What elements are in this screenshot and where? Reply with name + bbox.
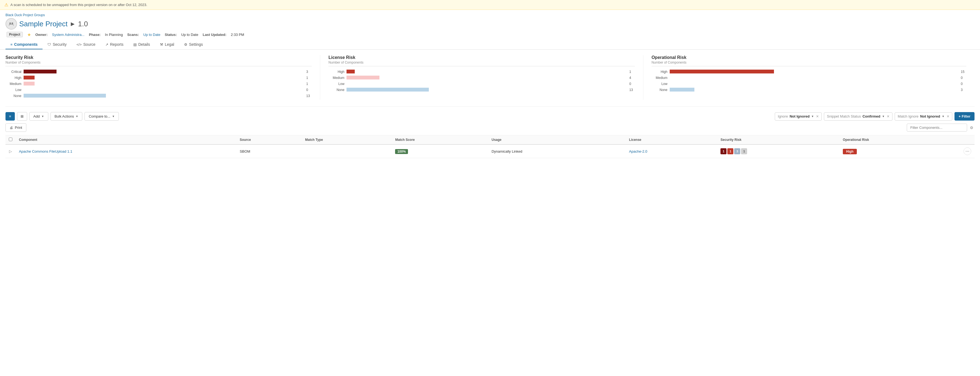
owner-value[interactable]: System Administra... xyxy=(52,33,84,37)
add-button[interactable]: Add ▼ xyxy=(29,112,48,121)
expand-icon[interactable]: ▷ xyxy=(9,149,12,154)
license-high-row: High 1 xyxy=(328,70,635,74)
bulk-actions-button[interactable]: Bulk Actions ▼ xyxy=(51,112,83,121)
details-icon: ▤ xyxy=(133,43,137,47)
nav-tabs: ≡ Components 🛡 Security </> Source ↗ Rep… xyxy=(5,40,975,49)
project-name[interactable]: Sample Project xyxy=(19,20,67,28)
print-row: 🖨 Print ⚙ xyxy=(5,123,975,132)
license-risk-subtitle: Number of Components xyxy=(328,60,635,66)
snippet-filter-pill[interactable]: Snippet Match Status Confirmed ▼ × xyxy=(824,113,892,121)
source-cell: SBOM xyxy=(237,144,302,158)
tab-security[interactable]: 🛡 Security xyxy=(43,40,72,49)
snippet-filter-close[interactable]: × xyxy=(887,114,889,119)
license-none-row: None 13 xyxy=(328,88,635,92)
status-value: Up to Date xyxy=(181,33,198,37)
tab-source[interactable]: </> Source xyxy=(72,40,100,49)
snippet-filter-value: Confirmed xyxy=(862,114,880,118)
security-critical-badge: 1 xyxy=(721,148,727,154)
security-high-row: High 1 xyxy=(5,76,312,80)
warning-banner: ⚠ A scan is scheduled to be unmapped fro… xyxy=(0,0,980,10)
operational-medium-row: Medium 0 xyxy=(652,76,966,80)
match-score-cell: 100% xyxy=(392,144,488,158)
ignore-filter-value: Not Ignored xyxy=(790,114,810,118)
status-label: Status: xyxy=(165,33,177,37)
bulk-actions-label: Bulk Actions xyxy=(55,114,74,118)
filter-btn-label: + Filter xyxy=(959,114,970,118)
add-label: Add xyxy=(33,114,40,118)
component-header: Component xyxy=(16,135,237,145)
component-link[interactable]: Apache Commons FileUpload 1.1 xyxy=(19,149,72,154)
tab-components[interactable]: ≡ Components xyxy=(5,40,43,49)
license-cell: Apache-2.0 xyxy=(626,144,717,158)
usage-value: Dynamically Linked xyxy=(492,149,522,154)
security-risk-badges: 1 1 3 1 xyxy=(721,148,836,154)
match-score-badge: 100% xyxy=(395,149,408,154)
snippet-filter-arrow[interactable]: ▼ xyxy=(882,115,885,118)
more-actions-button[interactable]: ⋯ xyxy=(964,148,971,155)
select-all-checkbox[interactable] xyxy=(9,138,12,141)
compare-button[interactable]: Compare to... ▼ xyxy=(84,112,119,121)
match-score-header: Match Score xyxy=(392,135,488,145)
print-button[interactable]: 🖨 Print xyxy=(5,123,26,132)
ignore-filter-pill[interactable]: Ignore Not Ignored ▼ × xyxy=(775,113,822,121)
actions-header xyxy=(960,135,975,145)
license-risk-section: License Risk Number of Components High 1… xyxy=(328,55,643,100)
security-risk-header: Security Risk xyxy=(717,135,840,145)
owner-label: Owner: xyxy=(35,33,48,37)
risk-charts-row: Security Risk Number of Components Criti… xyxy=(5,55,975,106)
operational-risk-cell: High xyxy=(840,144,960,158)
security-medium-row: Medium 1 xyxy=(5,82,312,86)
breadcrumb[interactable]: Black Duck Project Groups xyxy=(5,13,975,17)
security-low-badge: 1 xyxy=(741,148,747,154)
tab-details[interactable]: ▤ Details xyxy=(129,40,155,49)
bulk-actions-arrow: ▼ xyxy=(75,115,78,118)
row-checkbox-cell: ▷ xyxy=(5,144,16,158)
source-value: SBOM xyxy=(240,149,250,154)
tab-settings[interactable]: ⚙ Settings xyxy=(179,40,208,49)
ignore-filter-arrow[interactable]: ▼ xyxy=(811,115,814,118)
usage-cell: Dynamically Linked xyxy=(488,144,626,158)
license-link[interactable]: Apache-2.0 xyxy=(629,149,648,154)
select-all-col xyxy=(5,135,16,145)
warning-icon: ⚠ xyxy=(5,2,8,7)
match-ignore-filter-close[interactable]: × xyxy=(947,114,949,119)
print-icon: 🖨 xyxy=(10,125,13,130)
filter-input-wrap: ⚙ xyxy=(907,124,975,132)
ignore-filter-close[interactable]: × xyxy=(816,114,819,119)
license-medium-row: Medium 4 xyxy=(328,76,635,80)
filter-components-input[interactable] xyxy=(907,124,967,132)
settings-icon: ⚙ xyxy=(184,43,188,47)
table-header-row: Component Source Match Type Match Score … xyxy=(5,135,975,145)
match-ignore-filter-value: Not Ignored xyxy=(920,114,940,118)
svg-point-1 xyxy=(11,22,13,24)
operational-risk-subtitle: Number of Components xyxy=(652,60,966,66)
grid-view-button[interactable]: ⊞ xyxy=(17,112,27,121)
legal-icon: ⚒ xyxy=(160,43,163,47)
source-icon: </> xyxy=(76,43,82,47)
tab-legal[interactable]: ⚒ Legal xyxy=(155,40,179,49)
license-risk-title: License Risk xyxy=(328,55,635,60)
match-ignore-filter-arrow[interactable]: ▼ xyxy=(942,115,945,118)
tab-reports[interactable]: ↗ Reports xyxy=(100,40,129,49)
star-icon[interactable]: ★ xyxy=(27,32,31,37)
add-dropdown-arrow: ▼ xyxy=(41,115,44,118)
match-ignore-filter-pill[interactable]: Match Ignore Not Ignored ▼ × xyxy=(895,113,952,121)
list-view-button[interactable]: ≡ xyxy=(5,112,15,121)
phase-label: Phase: xyxy=(89,33,101,37)
scans-value[interactable]: Up to Date xyxy=(143,33,160,37)
operational-low-row: Low 0 xyxy=(652,82,966,86)
filter-button[interactable]: + Filter xyxy=(955,112,975,121)
license-header: License xyxy=(626,135,717,145)
security-critical-row: Critical 3 xyxy=(5,70,312,74)
security-risk-subtitle: Number of Components xyxy=(5,60,312,66)
main-content: Security Risk Number of Components Criti… xyxy=(0,49,980,163)
operational-risk-badge: High xyxy=(843,149,857,154)
license-low-row: Low 0 xyxy=(328,82,635,86)
reports-icon: ↗ xyxy=(105,43,108,47)
column-settings-icon[interactable]: ⚙ xyxy=(969,125,975,130)
project-badge[interactable]: Project xyxy=(6,32,23,37)
project-avatar xyxy=(5,18,17,30)
scans-label: Scans: xyxy=(127,33,139,37)
components-icon: ≡ xyxy=(10,43,13,47)
operational-none-row: None 3 xyxy=(652,88,966,92)
